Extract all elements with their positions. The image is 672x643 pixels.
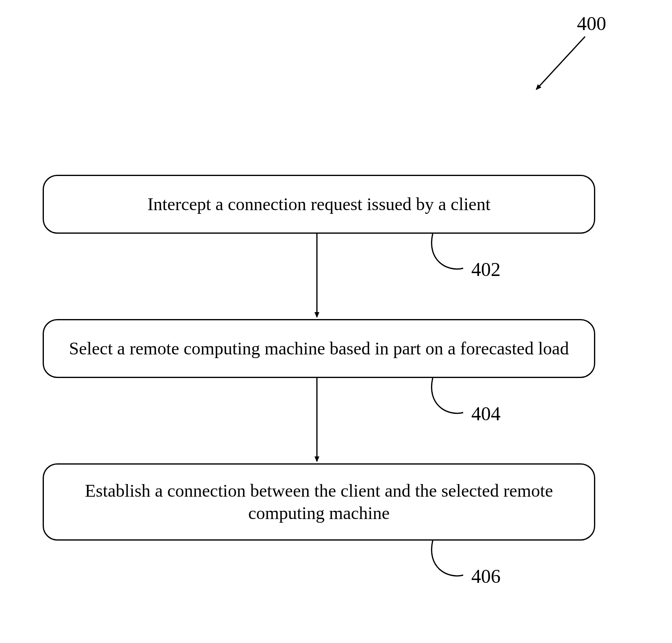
flowchart-step-3-text: Establish a connection between the clien… [56,480,582,524]
flowchart-step-2-text: Select a remote computing machine based … [69,337,569,360]
svg-line-0 [536,37,585,89]
flowchart-step-2: Select a remote computing machine based … [43,319,595,378]
flowchart-step-1: Intercept a connection request issued by… [43,175,595,234]
step-3-ref-label: 406 [471,565,501,587]
flowchart-step-1-text: Intercept a connection request issued by… [147,193,490,215]
step-2-ref-label: 404 [471,402,501,425]
figure-ref-label: 400 [577,12,606,35]
step-1-ref-label: 402 [471,258,501,280]
flowchart-canvas: 400 Intercept a connection request issue… [0,0,672,643]
flowchart-step-3: Establish a connection between the clien… [43,463,595,541]
